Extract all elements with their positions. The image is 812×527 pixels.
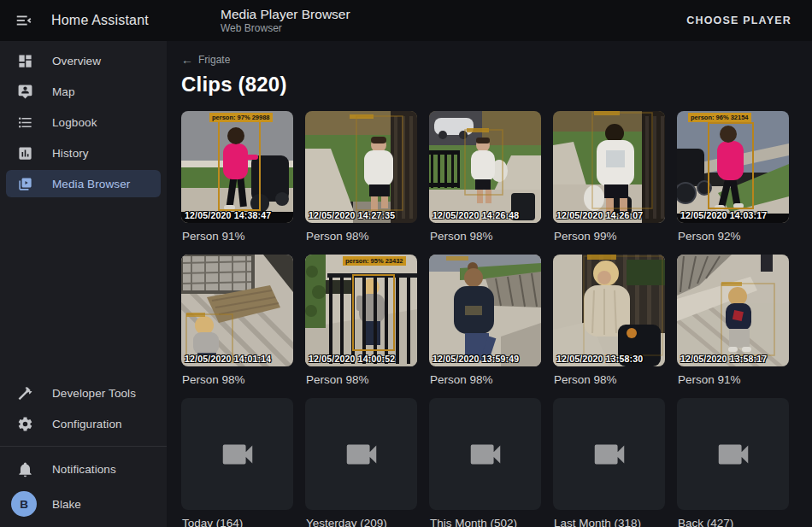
folder-thumbnail	[429, 398, 541, 510]
clip-card[interactable]: person: 95% 23432 12/05/2020 14:00:52 Pe…	[305, 255, 417, 388]
clip-card[interactable]: 12/05/2020 14:26:07 Person 99%	[553, 111, 665, 244]
page-title-block: Media Player Browser Web Browser	[221, 6, 350, 35]
detection-label: person: 95% 23432	[343, 256, 406, 266]
clip-timestamp: 12/05/2020 14:26:07	[556, 210, 643, 220]
folder-card[interactable]: Yesterday (209)	[305, 398, 417, 527]
folder-label: Today (164)	[182, 517, 293, 527]
video-icon	[466, 435, 505, 474]
choose-player-button[interactable]: CHOOSE PLAYER	[680, 8, 798, 33]
sidebar-spacer	[0, 199, 167, 378]
clip-timestamp: 12/05/2020 14:38:47	[185, 210, 271, 220]
media-browser-content: ← Frigate Clips (820)	[167, 41, 812, 527]
sidebar-toggle-button[interactable]	[7, 3, 41, 38]
clip-scene	[181, 111, 293, 223]
sidebar-item-developer-tools[interactable]: Developer Tools	[6, 379, 161, 407]
folder-card[interactable]: Today (164)	[181, 398, 293, 527]
clip-label: Person 98%	[306, 373, 417, 388]
logbook-icon	[15, 113, 34, 132]
clip-timestamp: 12/05/2020 14:03:17	[680, 210, 767, 220]
clip-card[interactable]: 12/05/2020 14:27:35 Person 98%	[305, 111, 417, 244]
folder-thumbnail	[305, 398, 417, 510]
folder-label: Yesterday (209)	[306, 517, 417, 527]
clip-thumbnail: person: 96% 32154 12/05/2020 14:03:17	[677, 111, 789, 223]
folder-thumbnail	[677, 398, 789, 510]
clip-card[interactable]: 12/05/2020 14:01:14 Person 98%	[181, 255, 293, 388]
back-arrow-icon: ←	[181, 53, 193, 67]
clip-label: Person 91%	[678, 373, 789, 388]
clip-scene	[305, 111, 417, 223]
folder-label: Last Month (318)	[554, 517, 665, 527]
app-title: Home Assistant	[51, 13, 149, 28]
sidebar-item-label: History	[52, 147, 89, 160]
sidebar-item-label: Map	[52, 85, 75, 98]
video-icon	[590, 435, 629, 474]
sidebar-item-map[interactable]: Map	[6, 78, 161, 105]
clip-label: Person 98%	[306, 230, 417, 244]
sidebar-item-label: Overview	[52, 55, 101, 67]
clip-card[interactable]: 12/05/2020 13:58:17 Person 91%	[677, 255, 789, 388]
clip-scene	[677, 255, 789, 366]
history-icon	[15, 143, 34, 162]
clip-label: Person 91%	[182, 230, 293, 244]
folder-label: Back (427)	[678, 517, 789, 527]
map-icon	[15, 82, 34, 101]
clip-card[interactable]: person: 97% 29988 12/05/2020 14:38:47 Pe…	[181, 111, 293, 244]
folder-label: This Month (502)	[430, 517, 541, 527]
folder-card[interactable]: Last Month (318)	[553, 398, 665, 527]
clip-thumbnail: 12/05/2020 14:26:48	[429, 111, 541, 223]
menu-toggle-icon	[15, 11, 33, 30]
sidebar-item-label: Configuration	[52, 418, 122, 430]
breadcrumb-label: Frigate	[198, 54, 230, 66]
clip-thumbnail: 12/05/2020 14:27:35	[305, 111, 417, 223]
gear-icon	[15, 414, 34, 433]
sidebar-item-label: Notifications	[52, 463, 116, 476]
sidebar-item-configuration[interactable]: Configuration	[6, 410, 161, 437]
clip-thumbnail: 12/05/2020 14:26:07	[553, 111, 665, 223]
sidebar-item-history[interactable]: History	[6, 139, 161, 167]
clip-card[interactable]: 12/05/2020 14:26:48 Person 98%	[429, 111, 541, 244]
clip-timestamp: 12/05/2020 14:26:48	[432, 210, 519, 220]
sidebar-item-media-browser[interactable]: Media Browser	[6, 170, 161, 197]
clip-label: Person 98%	[554, 373, 665, 388]
avatar: B	[11, 491, 37, 517]
clip-timestamp: 12/05/2020 14:00:52	[309, 354, 395, 364]
media-browser-icon	[15, 174, 34, 193]
video-icon	[714, 435, 753, 474]
page-heading: Clips (820)	[181, 73, 800, 97]
folder-card[interactable]: Back (427)	[677, 398, 789, 527]
clip-label: Person 98%	[430, 373, 541, 388]
clip-scene	[677, 111, 789, 223]
sidebar-item-overview[interactable]: Overview	[6, 47, 161, 74]
page-subtitle: Web Browser	[221, 22, 350, 35]
clip-label: Person 92%	[678, 230, 789, 244]
clip-scene	[305, 255, 417, 366]
clip-timestamp: 12/05/2020 14:01:14	[185, 354, 271, 364]
clip-thumbnail: 12/05/2020 13:59:49	[429, 255, 541, 366]
clip-card[interactable]: 12/05/2020 13:59:49 Person 98%	[429, 255, 541, 388]
clip-thumbnail: 12/05/2020 13:58:30	[553, 255, 665, 366]
sidebar-profile[interactable]: B Blake	[6, 486, 161, 522]
clip-scene	[181, 255, 293, 366]
clip-scene	[429, 255, 541, 366]
clip-scene	[553, 255, 665, 366]
breadcrumb-back[interactable]: ← Frigate	[181, 53, 230, 67]
clip-card[interactable]: 12/05/2020 13:58:30 Person 98%	[553, 255, 665, 388]
sidebar-item-label: Developer Tools	[52, 387, 136, 400]
clip-thumbnail: 12/05/2020 13:58:17	[677, 255, 789, 366]
app-header: Home Assistant Media Player Browser Web …	[0, 0, 812, 41]
clip-label: Person 99%	[554, 230, 665, 244]
sidebar: Overview Map Logbook History Media Brows…	[0, 41, 167, 527]
folder-card[interactable]: This Month (502)	[429, 398, 541, 527]
clip-thumbnail: person: 97% 29988 12/05/2020 14:38:47	[181, 111, 293, 223]
profile-name: Blake	[52, 498, 81, 511]
bell-icon	[15, 460, 34, 478]
folder-thumbnail	[181, 398, 293, 510]
detection-label: person: 97% 29988	[209, 113, 273, 122]
sidebar-item-notifications[interactable]: Notifications	[6, 455, 161, 483]
sidebar-item-label: Media Browser	[52, 178, 130, 190]
clip-card[interactable]: person: 96% 32154 12/05/2020 14:03:17 Pe…	[677, 111, 789, 244]
clip-label: Person 98%	[430, 230, 541, 244]
sidebar-item-logbook[interactable]: Logbook	[6, 108, 161, 136]
sidebar-item-label: Logbook	[52, 116, 97, 129]
clip-thumbnail: person: 95% 23432 12/05/2020 14:00:52	[305, 255, 417, 366]
